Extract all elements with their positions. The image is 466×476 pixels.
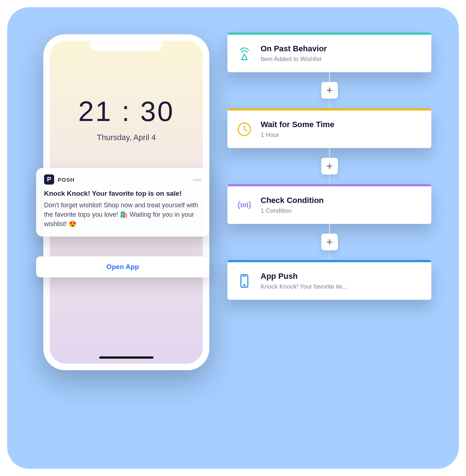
app-badge-icon: P	[44, 174, 54, 185]
signal-icon	[236, 197, 253, 213]
app-name: POSH	[58, 177, 75, 183]
flow-node-past-behavior[interactable]: On Past Behavior Item Added to Wishlist	[227, 33, 431, 72]
flow-node-wait[interactable]: Wait for Some Time 1 Hour	[227, 108, 431, 148]
add-step-button[interactable]	[321, 82, 338, 99]
svg-point-3	[244, 285, 245, 286]
automation-flow: On Past Behavior Item Added to Wishlist …	[227, 33, 431, 300]
flow-connector	[227, 224, 431, 260]
clock-icon	[236, 121, 253, 138]
flow-node-app-push[interactable]: App Push Knock Knock! Your favorite ite.…	[227, 260, 431, 300]
notification-body: Don't forget wishlist! Shop now and trea…	[44, 200, 201, 229]
open-app-button[interactable]: Open App	[36, 256, 209, 277]
flow-node-title: Wait for Some Time	[261, 120, 423, 129]
svg-point-1	[243, 204, 246, 207]
antenna-icon	[236, 45, 253, 62]
flow-node-subtitle: 1 Hour	[261, 131, 423, 139]
notification-header: P POSH now	[44, 174, 201, 185]
flow-node-subtitle: Item Added to Wishlist	[261, 56, 423, 63]
notification-title: Knock Knock! Your favorite top is on sal…	[44, 190, 201, 198]
notification-timestamp: now	[193, 177, 201, 182]
lock-screen-date: Thursday, April 4	[50, 133, 203, 142]
home-indicator	[99, 356, 153, 359]
phone-notch	[90, 41, 162, 51]
flow-node-condition[interactable]: Check Condition 1 Condition	[227, 184, 431, 224]
flow-node-subtitle: 1 Condition	[261, 207, 423, 215]
flow-node-title: Check Condition	[261, 196, 423, 205]
lock-screen-time: 21 : 30	[50, 95, 203, 128]
add-step-button[interactable]	[321, 158, 338, 174]
phone-icon	[236, 273, 253, 289]
flow-node-title: App Push	[261, 272, 423, 281]
push-notification-card[interactable]: P POSH now Knock Knock! Your favorite to…	[36, 168, 209, 237]
flow-node-subtitle: Knock Knock! Your favorite ite...	[261, 283, 423, 290]
canvas: 21 : 30 Thursday, April 4 P POSH now Kno…	[7, 7, 459, 469]
flow-connector	[227, 72, 431, 108]
flow-node-title: On Past Behavior	[261, 44, 423, 53]
flow-connector	[227, 148, 431, 184]
open-app-label: Open App	[106, 263, 139, 271]
add-step-button[interactable]	[321, 234, 338, 250]
